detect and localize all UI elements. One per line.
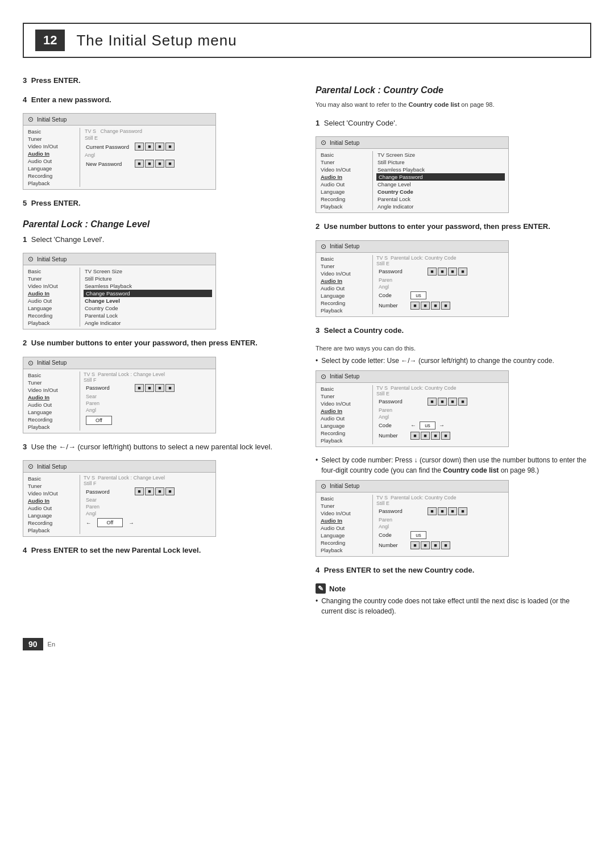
m5-language: Language [320,188,369,195]
step-4a-label: Press ENTER to set the new Parental Lock… [31,546,201,554]
m4-pw-boxes: ■ ■ ■ ■ [135,487,175,495]
m5-playback: Playback [320,203,369,210]
m6-pw-label: Password [379,268,424,274]
m3-pw-b1: ■ [135,384,144,392]
footer-lang: En [48,641,55,648]
menu-2-left: Basic Tuner Video In/Out Audio In Audio … [23,268,80,327]
m4-video: Video In/Out [27,490,76,497]
note-bullet-dot: • [316,596,318,616]
m2-video: Video In/Out [27,282,76,290]
menu-6-header: ⊙ Initial Setup [316,241,508,253]
pw-current-boxes: ■ ■ ■ ■ [135,143,175,151]
m4-pw-label: Password [86,489,131,495]
menu-8-left: Basic Tuner Video In/Out Audio In Audio … [316,495,373,554]
menu-5-body: Basic Tuner Video In/Out Audio In Audio … [316,149,508,212]
pw-new-label: New Password [86,161,131,167]
cd-icon-7: ⊙ [321,373,326,381]
m8-num-b2: ■ [421,541,430,549]
m8-num-b4: ■ [441,541,450,549]
note-bullet: • Changing the country code does not tak… [316,596,591,616]
m7-number-label: Number [379,432,407,439]
step-4: 4 Enter a new password. [23,94,298,106]
m7-angl: Angl [376,414,505,420]
menu-4-right: TV S Parental Lock : Change Level Still … [80,475,215,534]
menu-4-title: Initial Setup [37,464,67,470]
m8-audioout: Audio Out [320,524,369,532]
m8-code-row: Code us [376,530,505,540]
m6-still: Still E [376,261,505,266]
step-3b: 3 Select a Country code. [316,325,591,336]
m6-num-b4: ■ [441,302,450,310]
m2-recording: Recording [27,312,76,319]
m3-tuner: Tuner [27,379,76,386]
m2-r-seamless: Seamless Playback [84,282,212,290]
m3-video: Video In/Out [27,386,76,394]
step-4b-label: Press ENTER to set the new Country code. [324,566,474,574]
step-5-label: Press ENTER. [31,199,81,207]
m2-r-still: Still Picture [84,275,212,282]
note-label: Note [329,585,346,593]
menu-1-right-1: TV S Change Password [84,128,212,135]
step-1a-label: Select 'Change Level'. [31,235,105,244]
pw-new-boxes: ■ ■ ■ ■ [135,160,175,168]
m3-audioout: Audio Out [27,401,76,408]
m3-sear: Sear [84,393,212,400]
m6-pw-b3: ■ [448,268,457,276]
m2-r-change-level: Change Level [84,297,212,304]
m3-angl: Angl [84,407,212,414]
menu-item-recording: Recording [27,172,76,180]
m5-r-change-level: Change Level [376,181,505,188]
menu-6-body: Basic Tuner Video In/Out Audio In Audio … [316,253,508,316]
cd-icon-4: ⊙ [28,462,34,470]
m7-playback: Playback [320,437,369,444]
m5-r-seamless: Seamless Playback [376,166,505,173]
m6-tuner: Tuner [320,262,369,270]
m8-language: Language [320,532,369,539]
m8-pw-label: Password [379,508,424,514]
m3-audioin: Audio In [27,394,76,401]
m2-basic: Basic [27,268,76,275]
pw-box-1: ■ [135,143,144,151]
m4-pw-b3: ■ [155,487,164,495]
m7-pw-boxes: ■ ■ ■ ■ [428,398,467,406]
m8-video: Video In/Out [320,510,369,517]
m3-pw-boxes: ■ ■ ■ ■ [135,384,175,392]
step-3-label: Press ENTER. [31,76,81,85]
m8-playback: Playback [320,546,369,554]
m8-still: Still E [376,500,505,506]
step-3b-num: 3 [316,326,320,335]
step-3-num: 3 [23,76,27,85]
m6-num-b3: ■ [431,302,440,310]
step-1a: 1 Select 'Change Level'. [23,234,298,245]
m8-pw-b3: ■ [448,507,457,515]
m4-sear: Sear [84,496,212,503]
menu-8-header: ⊙ Initial Setup [316,481,508,493]
m7-num-b2: ■ [421,432,430,440]
m2-language: Language [27,304,76,312]
menu-6-left: Basic Tuner Video In/Out Audio In Audio … [316,255,373,314]
menu-3-right: TV S Parental Lock : Change Level Still … [80,372,215,431]
menu-5-header: ⊙ Initial Setup [316,137,508,149]
menu-2-header: ⊙ Initial Setup [23,253,215,265]
m7-code-row: Code ← us → [376,420,505,431]
cd-icon-3: ⊙ [28,359,34,367]
menu-6-right: TV S Parental Lock: Country Code Still E… [373,255,508,314]
m8-angl: Angl [376,523,505,530]
m5-recording: Recording [320,195,369,203]
m5-r-parental: Parental Lock [376,195,505,203]
m2-r-parental: Parental Lock [84,312,212,319]
m7-num-b4: ■ [441,432,450,440]
pw-current-label: Current Password [86,144,131,150]
m4-angl: Angl [84,510,212,517]
menu-1-right: TV S Change Password Still E Current Pas… [80,128,215,187]
m4-stillf: Still F [84,481,212,486]
menu-1-title: Initial Setup [37,116,67,123]
m6-audioout: Audio Out [320,285,369,292]
menu-7-left: Basic Tuner Video In/Out Audio In Audio … [316,385,373,444]
m8-subheader: TV S Parental Lock: Country Code [376,495,505,500]
section-change-level: Parental Lock : Change Level [23,219,298,229]
bullet-1: • Select by code letter: Use ←/→ (cursor… [316,356,591,366]
m4-arrow-row: ← Off → [84,517,212,528]
pw-new-box-1: ■ [135,160,144,168]
m7-audioout: Audio Out [320,415,369,422]
